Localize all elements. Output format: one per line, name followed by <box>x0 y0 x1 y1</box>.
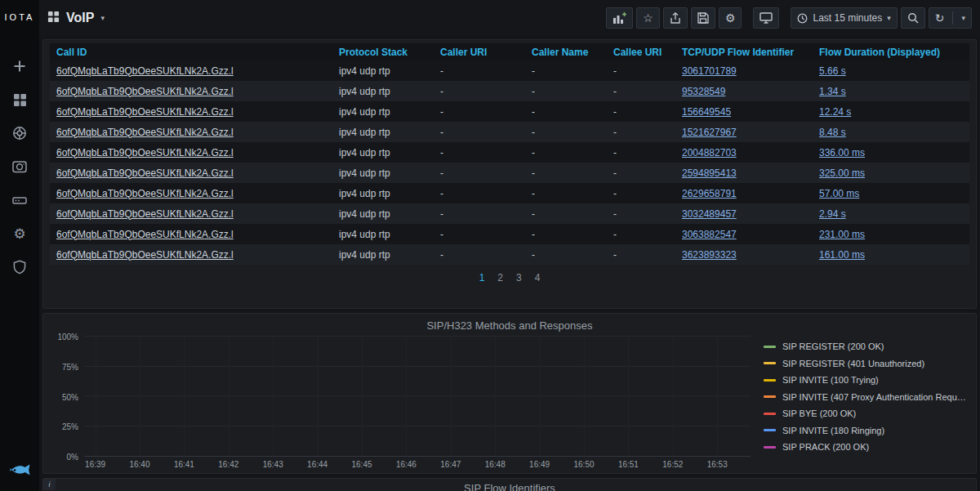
legend-item[interactable]: SIP REGISTER (200 OK) <box>764 338 968 355</box>
settings-icon[interactable]: ⚙ <box>11 225 28 242</box>
call-id-link[interactable]: 6ofQMqbLaTb9QbOeeSUKfLNk2A.Gzz.l <box>56 229 234 240</box>
table-row: 6ofQMqbLaTb9QbOeeSUKfLNk2A.Gzz.lipv4 udp… <box>50 101 969 122</box>
dashboard-settings-button[interactable]: ⚙ <box>719 7 742 29</box>
star-button[interactable]: ☆ <box>636 7 660 29</box>
legend-item[interactable]: SIP INVITE (100 Trying) <box>764 372 968 389</box>
duration-link[interactable]: 161.00 ms <box>819 249 865 261</box>
x-tick-label: 16:49 <box>529 460 550 469</box>
table-cell: 1521627967 <box>675 127 813 138</box>
tv-mode-button[interactable] <box>753 7 779 29</box>
call-id-link[interactable]: 6ofQMqbLaTb9QbOeeSUKfLNk2A.Gzz.l <box>56 86 234 97</box>
add-panel-button[interactable] <box>606 7 633 29</box>
info-icon[interactable]: i <box>43 479 56 490</box>
table-row: 6ofQMqbLaTb9QbOeeSUKfLNk2A.Gzz.lipv4 udp… <box>50 183 969 203</box>
zoom-out-button[interactable] <box>901 7 925 29</box>
column-header[interactable]: Caller URI <box>434 47 525 58</box>
flow-id-link[interactable]: 156649545 <box>682 106 731 118</box>
legend-item[interactable]: SIP INVITE (407 Proxy Authentication Req… <box>764 389 968 406</box>
sip-methods-chart-panel: SIP/H323 Methods and Responses 0%25%50%7… <box>42 313 977 474</box>
vertical-gridline <box>140 337 140 456</box>
x-tick-label: 16:48 <box>485 460 506 469</box>
column-header[interactable]: Flow Duration (Displayed) <box>813 47 969 58</box>
flow-id-link[interactable]: 95328549 <box>682 86 725 97</box>
duration-link[interactable]: 2.94 s <box>819 208 846 220</box>
duration-link[interactable]: 1.34 s <box>819 86 846 97</box>
table-cell: 6ofQMqbLaTb9QbOeeSUKfLNk2A.Gzz.l <box>50 86 332 97</box>
call-id-link[interactable]: 6ofQMqbLaTb9QbOeeSUKfLNk2A.Gzz.l <box>56 188 234 199</box>
page-button-4[interactable]: 4 <box>535 272 541 283</box>
column-header[interactable]: Call ID <box>50 47 332 58</box>
flow-id-link[interactable]: 1521627967 <box>682 127 737 138</box>
time-range-picker[interactable]: Last 15 minutes ▾ <box>791 7 897 29</box>
vertical-gridline <box>673 337 674 456</box>
title-chevron-down-icon[interactable]: ▾ <box>100 14 105 22</box>
dashboards-icon[interactable] <box>11 92 28 108</box>
dashboard-title[interactable]: VoIP <box>66 11 94 25</box>
call-id-link[interactable]: 6ofQMqbLaTb9QbOeeSUKfLNk2A.Gzz.l <box>56 147 234 158</box>
legend-item[interactable]: SIP PRACK (200 OK) <box>764 439 968 456</box>
time-range-label: Last 15 minutes <box>813 12 882 24</box>
clock-icon <box>797 13 808 24</box>
column-header[interactable]: Caller Name <box>525 47 607 58</box>
duration-link[interactable]: 336.00 ms <box>819 147 865 158</box>
flow-id-link[interactable]: 3032489457 <box>682 208 737 220</box>
duration-link[interactable]: 8.48 s <box>819 127 846 138</box>
fish-logo[interactable] <box>8 463 31 483</box>
call-id-link[interactable]: 6ofQMqbLaTb9QbOeeSUKfLNk2A.Gzz.l <box>56 106 234 118</box>
brand-logo[interactable]: IOTA <box>5 12 35 22</box>
table-cell: - <box>434 106 525 118</box>
table-cell: - <box>434 249 525 261</box>
table-cell: - <box>525 249 607 261</box>
camera-icon[interactable] <box>11 158 28 175</box>
legend-item[interactable]: SIP REGISTER (401 Unauthorized) <box>764 355 968 373</box>
shield-icon[interactable] <box>11 259 28 275</box>
share-button[interactable] <box>663 7 688 29</box>
call-id-link[interactable]: 6ofQMqbLaTb9QbOeeSUKfLNk2A.Gzz.l <box>56 167 234 179</box>
column-header[interactable]: Protocol Stack <box>332 47 434 58</box>
duration-link[interactable]: 231.00 ms <box>819 229 865 240</box>
table-cell: - <box>434 208 525 220</box>
flow-id-link[interactable]: 3623893323 <box>682 249 737 261</box>
save-icon <box>697 12 709 24</box>
page-button-3[interactable]: 3 <box>516 272 522 283</box>
column-header[interactable]: TCP/UDP Flow Identifier <box>675 47 813 58</box>
duration-link[interactable]: 57.00 ms <box>819 188 859 199</box>
page-button-2[interactable]: 2 <box>497 272 503 283</box>
call-id-link[interactable]: 6ofQMqbLaTb9QbOeeSUKfLNk2A.Gzz.l <box>56 127 234 138</box>
table-cell: ipv4 udp rtp <box>332 86 434 97</box>
flow-id-link[interactable]: 2594895413 <box>682 167 737 179</box>
table-cell: - <box>607 127 675 138</box>
duration-link[interactable]: 12.24 s <box>819 106 851 118</box>
call-id-link[interactable]: 6ofQMqbLaTb9QbOeeSUKfLNk2A.Gzz.l <box>56 208 234 220</box>
chart-panel-title[interactable]: SIP/H323 Methods and Responses <box>51 319 968 332</box>
table-cell: 3032489457 <box>675 208 813 220</box>
flow-id-link[interactable]: 2004882703 <box>682 147 737 158</box>
wheel-icon[interactable] <box>11 125 28 141</box>
dashboard-grid-icon[interactable] <box>47 11 60 26</box>
flow-id-link[interactable]: 3063882547 <box>682 229 737 240</box>
duration-link[interactable]: 5.66 s <box>819 65 846 77</box>
table-row: 6ofQMqbLaTb9QbOeeSUKfLNk2A.Gzz.lipv4 udp… <box>50 224 969 244</box>
divider <box>952 11 953 25</box>
table-cell: 6ofQMqbLaTb9QbOeeSUKfLNk2A.Gzz.l <box>50 188 332 199</box>
table-row: 6ofQMqbLaTb9QbOeeSUKfLNk2A.Gzz.lipv4 udp… <box>50 244 969 265</box>
refresh-button[interactable]: ↻ ▾ <box>929 7 972 29</box>
save-button[interactable] <box>691 7 715 29</box>
storage-icon[interactable] <box>11 192 28 208</box>
flow-id-link[interactable]: 2629658791 <box>682 188 737 199</box>
call-id-link[interactable]: 6ofQMqbLaTb9QbOeeSUKfLNk2A.Gzz.l <box>56 65 234 77</box>
legend-marker <box>764 395 776 398</box>
call-id-link[interactable]: 6ofQMqbLaTb9QbOeeSUKfLNk2A.Gzz.l <box>56 249 234 261</box>
table-cell: - <box>525 86 607 97</box>
refresh-chevron-down-icon[interactable]: ▾ <box>961 14 965 22</box>
bottom-panel-title[interactable]: SIP Flow Identifiers <box>43 479 976 491</box>
flow-id-link[interactable]: 3061701789 <box>682 65 737 77</box>
add-icon[interactable] <box>11 58 28 74</box>
page-button-1[interactable]: 1 <box>479 272 485 283</box>
table-cell: - <box>607 65 675 77</box>
table-cell: - <box>525 65 607 77</box>
legend-item[interactable]: SIP BYE (200 OK) <box>764 405 968 422</box>
legend-item[interactable]: SIP INVITE (180 Ringing) <box>764 422 968 440</box>
duration-link[interactable]: 325.00 ms <box>819 167 865 179</box>
column-header[interactable]: Callee URI <box>607 47 675 58</box>
